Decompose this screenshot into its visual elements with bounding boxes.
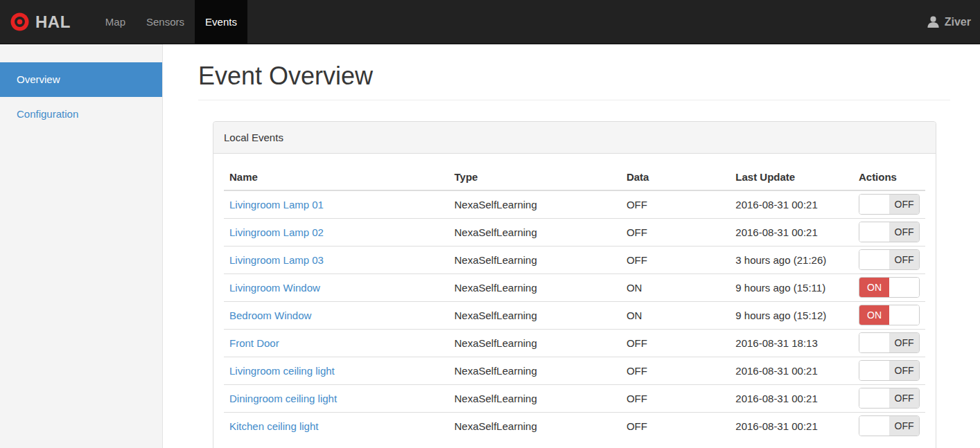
- panel-title: Local Events: [213, 122, 936, 154]
- user-icon: [927, 15, 940, 28]
- device-data: OFF: [621, 190, 730, 218]
- device-data: OFF: [621, 384, 730, 412]
- toggle-off-label: OFF: [889, 250, 919, 269]
- device-type: NexaSelfLearning: [449, 246, 621, 274]
- device-type: NexaSelfLearning: [449, 190, 621, 218]
- user-name: Ziver: [945, 16, 971, 28]
- device-toggle-switch[interactable]: ON OFF: [859, 194, 920, 215]
- device-data: OFF: [621, 357, 730, 384]
- device-toggle-switch[interactable]: ON OFF: [859, 332, 920, 353]
- user-menu[interactable]: Ziver: [918, 0, 980, 44]
- device-type: NexaSelfLearning: [449, 329, 621, 357]
- table-row: Livingroom Lamp 03 NexaSelfLearning OFF …: [224, 246, 925, 274]
- table-row: Diningroom ceiling light NexaSelfLearnin…: [224, 384, 925, 412]
- sidebar-item-overview[interactable]: Overview: [0, 62, 162, 97]
- page-title: Event Overview: [198, 62, 950, 100]
- sidebar: Overview Configuration: [0, 44, 163, 448]
- device-data: ON: [621, 301, 730, 329]
- toggle-handle: [859, 361, 889, 380]
- device-toggle-switch[interactable]: ON OFF: [859, 305, 920, 325]
- device-link[interactable]: Front Door: [229, 337, 279, 349]
- device-toggle-switch[interactable]: ON OFF: [859, 360, 920, 381]
- brand-logo[interactable]: HAL: [0, 0, 81, 44]
- table-row: Livingroom Lamp 02 NexaSelfLearning OFF …: [224, 218, 925, 246]
- nav-item-events[interactable]: Events: [195, 0, 247, 44]
- device-link[interactable]: Livingroom Lamp 03: [229, 254, 324, 266]
- toggle-handle: [859, 195, 889, 214]
- device-type: NexaSelfLearning: [449, 357, 621, 384]
- device-toggle-switch[interactable]: ON OFF: [859, 249, 920, 270]
- device-link[interactable]: Livingroom Window: [229, 282, 320, 294]
- device-last-update: 2016-08-31 18:13: [730, 329, 853, 357]
- column-header-type: Type: [449, 164, 621, 190]
- device-data: OFF: [621, 329, 730, 357]
- device-type: NexaSelfLearning: [449, 384, 621, 412]
- toggle-off-label: OFF: [889, 222, 919, 242]
- brand-title: HAL: [35, 12, 71, 32]
- hal-target-icon: [10, 12, 29, 31]
- table-row: Kitchen ceiling light NexaSelfLearning O…: [224, 412, 925, 440]
- device-type: NexaSelfLearning: [449, 274, 621, 301]
- device-last-update: 9 hours ago (15:11): [730, 274, 853, 301]
- toggle-off-label: OFF: [889, 388, 919, 408]
- device-data: ON: [621, 274, 730, 301]
- table-row: Front Door NexaSelfLearning OFF 2016-08-…: [224, 329, 925, 357]
- table-header-row: Name Type Data Last Update Actions: [224, 164, 925, 190]
- toggle-off-label: OFF: [889, 333, 919, 352]
- sidebar-item-configuration[interactable]: Configuration: [0, 97, 162, 132]
- device-link[interactable]: Diningroom ceiling light: [229, 393, 337, 404]
- table-row: Bedroom Window NexaSelfLearning ON 9 hou…: [224, 301, 925, 329]
- main-content: Event Overview Local Events Name Type Da…: [163, 44, 980, 448]
- device-last-update: 2016-08-31 00:21: [730, 412, 853, 440]
- column-header-data: Data: [621, 164, 730, 190]
- toggle-handle: [859, 222, 889, 242]
- device-link[interactable]: Livingroom ceiling light: [229, 365, 335, 377]
- device-last-update: 9 hours ago (15:12): [730, 301, 853, 329]
- toggle-off-label: OFF: [889, 416, 919, 436]
- toggle-handle: [859, 333, 889, 352]
- device-link[interactable]: Livingroom Lamp 02: [229, 226, 324, 238]
- table-row: Livingroom ceiling light NexaSelfLearnin…: [224, 357, 925, 384]
- device-link[interactable]: Kitchen ceiling light: [229, 420, 318, 432]
- local-events-panel: Local Events Name Type Data Last Update …: [213, 121, 936, 448]
- device-toggle-switch[interactable]: ON OFF: [859, 277, 920, 298]
- nav-item-map[interactable]: Map: [95, 0, 136, 44]
- toggle-off-label: OFF: [889, 361, 919, 380]
- column-header-name: Name: [224, 164, 449, 190]
- toggle-handle: [889, 278, 919, 297]
- toggle-handle: [889, 305, 919, 325]
- device-type: NexaSelfLearning: [449, 218, 621, 246]
- top-navbar: HAL Map Sensors Events Ziver: [0, 0, 980, 44]
- navbar-menu: Map Sensors Events: [95, 0, 247, 44]
- device-toggle-switch[interactable]: ON OFF: [859, 388, 920, 409]
- table-row: Livingroom Window NexaSelfLearning ON 9 …: [224, 274, 925, 301]
- toggle-handle: [859, 388, 889, 408]
- column-header-last-update: Last Update: [730, 164, 853, 190]
- device-last-update: 3 hours ago (21:26): [730, 246, 853, 274]
- device-last-update: 2016-08-31 00:21: [730, 218, 853, 246]
- device-toggle-switch[interactable]: ON OFF: [859, 222, 920, 242]
- column-header-actions: Actions: [853, 164, 925, 190]
- device-last-update: 2016-08-31 00:21: [730, 357, 853, 384]
- device-type: NexaSelfLearning: [449, 412, 621, 440]
- table-row: Livingroom Lamp 01 NexaSelfLearning OFF …: [224, 190, 925, 218]
- device-toggle-switch[interactable]: ON OFF: [859, 415, 920, 436]
- device-last-update: 2016-08-31 00:21: [730, 384, 853, 412]
- device-data: OFF: [621, 246, 730, 274]
- events-table: Name Type Data Last Update Actions Livin…: [224, 164, 925, 440]
- device-data: OFF: [621, 218, 730, 246]
- nav-item-sensors[interactable]: Sensors: [136, 0, 195, 44]
- toggle-on-label: ON: [859, 305, 889, 325]
- toggle-on-label: ON: [859, 278, 889, 297]
- device-data: OFF: [621, 412, 730, 440]
- toggle-handle: [859, 416, 889, 436]
- device-link[interactable]: Livingroom Lamp 01: [229, 199, 324, 210]
- device-last-update: 2016-08-31 00:21: [730, 190, 853, 218]
- device-type: NexaSelfLearning: [449, 301, 621, 329]
- device-link[interactable]: Bedroom Window: [229, 310, 311, 321]
- panel-body: Name Type Data Last Update Actions Livin…: [213, 154, 936, 448]
- toggle-handle: [859, 250, 889, 269]
- toggle-off-label: OFF: [889, 195, 919, 214]
